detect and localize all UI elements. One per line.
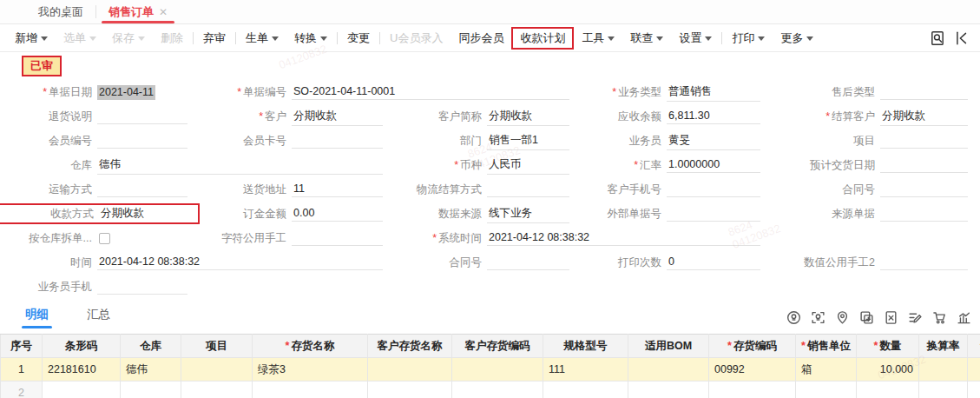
field-value[interactable] <box>880 134 968 149</box>
collapse-left-icon[interactable] <box>954 30 970 46</box>
column-header[interactable]: 规格型号 <box>543 335 628 358</box>
column-header[interactable]: 项目 <box>181 335 253 358</box>
table-cell[interactable] <box>919 358 968 381</box>
field-value[interactable] <box>97 280 187 295</box>
table-cell[interactable] <box>919 381 968 398</box>
field-value[interactable]: 1.0000000 <box>667 157 760 173</box>
field-value[interactable]: SO-2021-04-11-0001 <box>292 84 569 100</box>
hint-bulb-icon[interactable] <box>786 310 801 325</box>
field-value[interactable] <box>292 134 383 149</box>
table-cell[interactable]: 德伟 <box>121 358 181 381</box>
toolbar-button[interactable]: U会员录入 <box>382 28 451 49</box>
table-cell[interactable] <box>368 381 452 398</box>
column-header[interactable]: *销售单位 <box>796 335 857 358</box>
toolbar-button[interactable]: 联查 <box>622 28 671 49</box>
field-value[interactable] <box>292 231 383 246</box>
column-header[interactable]: *数量 <box>857 335 919 358</box>
column-header[interactable]: 条形码 <box>43 335 121 358</box>
table-cell[interactable] <box>181 358 253 381</box>
field-value[interactable]: 11 <box>292 182 383 197</box>
toolbar-button[interactable]: 新增 <box>7 28 56 49</box>
table-cell[interactable] <box>628 358 709 381</box>
table-cell[interactable]: 111 <box>543 358 628 381</box>
toolbar-button[interactable]: 更多 <box>773 28 821 49</box>
column-header[interactable]: 仓库 <box>121 335 181 358</box>
bulb-frame-icon[interactable] <box>811 310 825 325</box>
column-header[interactable]: *存货编码 <box>709 335 796 358</box>
doc-tab-desktop[interactable]: 我的桌面 <box>26 0 95 23</box>
field-value[interactable]: 分期收款 <box>99 205 184 222</box>
table-cell[interactable]: 10.000 <box>857 358 919 381</box>
tab-detail[interactable]: 明细 <box>22 303 52 328</box>
location-pin-icon[interactable] <box>835 310 850 325</box>
table-cell[interactable] <box>181 381 253 398</box>
field-value[interactable]: 普通销售 <box>667 83 760 102</box>
table-cell[interactable] <box>857 381 919 398</box>
field-value[interactable] <box>97 182 187 197</box>
table-cell[interactable]: 00992 <box>709 358 796 381</box>
copy-row-icon[interactable] <box>859 310 874 325</box>
field-value[interactable] <box>487 182 569 197</box>
toolbar-button[interactable]: 生单 <box>238 28 286 49</box>
column-header[interactable]: 客户存货编码 <box>452 335 543 358</box>
table-cell[interactable]: 2 <box>1 381 43 398</box>
table-cell[interactable] <box>968 358 980 381</box>
field-value[interactable]: 分期收款 <box>292 108 383 126</box>
column-header[interactable]: 计 <box>968 335 980 358</box>
column-header[interactable]: 适用BOM <box>628 335 709 358</box>
payment-plan-button[interactable]: 收款计划 <box>511 27 574 50</box>
table-cell[interactable] <box>452 358 543 381</box>
field-value[interactable] <box>667 182 760 197</box>
cart-icon[interactable] <box>932 310 947 325</box>
toolbar-button[interactable]: 删除 <box>153 28 191 49</box>
table-cell[interactable] <box>121 381 181 398</box>
field-value[interactable] <box>487 255 569 270</box>
table-cell[interactable] <box>368 358 452 381</box>
field-value[interactable] <box>97 134 187 149</box>
field-value[interactable] <box>97 109 187 124</box>
table-cell[interactable] <box>43 381 121 398</box>
table-cell[interactable] <box>968 381 980 398</box>
field-value[interactable] <box>667 207 760 222</box>
field-value[interactable]: 0.00 <box>292 206 383 222</box>
column-header[interactable]: 序号 <box>1 335 43 358</box>
table-cell[interactable] <box>253 381 368 398</box>
field-value[interactable]: 人民币 <box>487 156 569 175</box>
close-tab-icon[interactable]: ✕ <box>159 6 168 18</box>
field-value[interactable]: 分期收款 <box>880 108 968 126</box>
column-header[interactable]: *存货名称 <box>253 335 368 358</box>
toolbar-button[interactable]: 保存 <box>104 28 153 49</box>
toolbar-button[interactable]: 工具 <box>574 28 622 49</box>
toolbar-button[interactable]: 变更 <box>339 28 378 49</box>
column-header[interactable]: 换算率 <box>919 335 968 358</box>
table-cell[interactable] <box>452 381 543 398</box>
table-cell[interactable] <box>796 381 857 398</box>
field-value[interactable] <box>880 158 968 173</box>
table-cell[interactable] <box>543 381 628 398</box>
table-cell[interactable] <box>628 381 709 398</box>
field-value[interactable]: 0 <box>667 255 760 270</box>
field-value[interactable]: 德伟 <box>97 156 383 175</box>
field-value[interactable] <box>880 85 968 100</box>
field-value[interactable]: 2021-04-11 <box>97 85 155 100</box>
toolbar-button[interactable]: 设置 <box>671 28 720 49</box>
table-cell[interactable]: 箱 <box>796 358 857 381</box>
field-value[interactable]: 6,811.30 <box>667 109 760 124</box>
doc-tab-sales-order[interactable]: 销售订单✕ <box>96 0 180 23</box>
chart-icon[interactable] <box>957 310 971 325</box>
delete-row-icon[interactable] <box>884 310 898 325</box>
field-value[interactable]: 销售一部1 <box>487 132 569 150</box>
table-cell[interactable]: 1 <box>1 358 43 381</box>
toolbar-button[interactable]: 同步会员 <box>451 28 511 49</box>
toolbar-button[interactable]: 选单 <box>56 28 104 49</box>
doc-preview-icon[interactable] <box>930 30 945 46</box>
table-cell[interactable]: 绿茶3 <box>253 358 368 381</box>
field-value[interactable]: 黄旻 <box>667 132 760 150</box>
field-value[interactable]: 分期收款 <box>487 108 569 126</box>
field-value[interactable]: 线下业务 <box>487 205 569 223</box>
field-value[interactable]: 2021-04-12 08:38:32 <box>97 255 383 270</box>
toolbar-button[interactable]: 弃审 <box>195 28 233 49</box>
field-value[interactable] <box>880 182 968 197</box>
field-value[interactable]: 2021-04-12 08:38:32 <box>487 230 760 246</box>
field-value[interactable] <box>880 207 968 222</box>
